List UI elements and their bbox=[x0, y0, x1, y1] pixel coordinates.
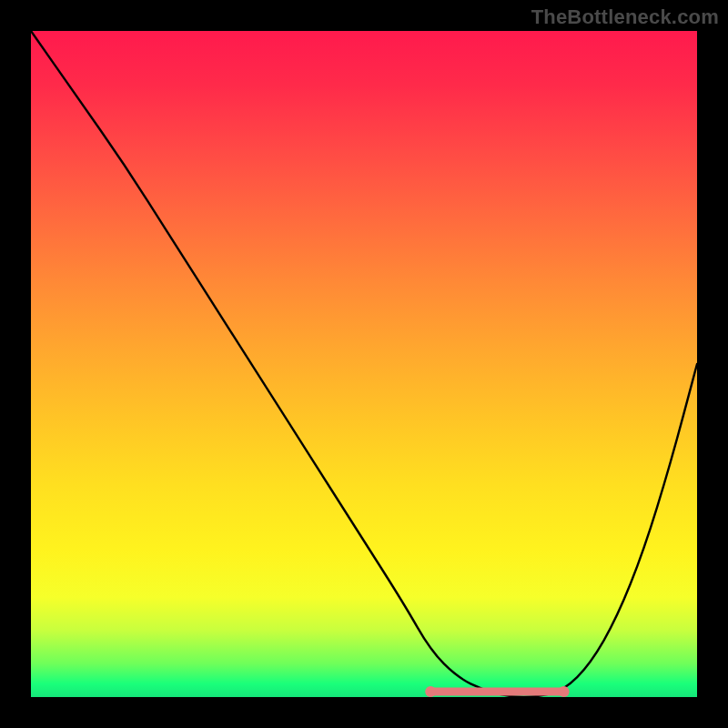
optimal-range-end-dot bbox=[559, 686, 570, 697]
bottleneck-curve bbox=[31, 31, 697, 697]
watermark-text: TheBottleneck.com bbox=[531, 5, 719, 29]
optimal-range-start-dot bbox=[425, 686, 436, 697]
chart-frame: TheBottleneck.com bbox=[0, 0, 728, 728]
chart-svg bbox=[31, 31, 697, 697]
plot-area bbox=[31, 31, 697, 697]
